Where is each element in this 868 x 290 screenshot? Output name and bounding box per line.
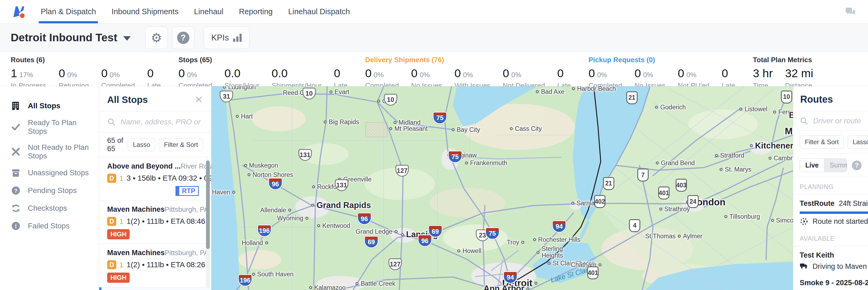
stops-count: 65 of 65 <box>107 137 124 153</box>
metric-percent: 0% <box>420 71 430 79</box>
route-card[interactable]: TestRoute24ft Straight Rail GRoute not s… <box>793 195 868 229</box>
map-city-label: Howell <box>457 248 482 255</box>
filter-sort-button[interactable]: Filter & Sort <box>159 138 203 151</box>
stop-card[interactable]: Maven MachinesPittsburgh, PAD11(2) • 111… <box>99 244 211 287</box>
plan-selector[interactable]: Detroit Inbound Test <box>11 31 131 44</box>
check-icon <box>11 122 21 132</box>
stop-location: Pittsburgh, PA <box>165 205 209 213</box>
stop-details: 3 • 156lb • ETA 09:32 • 09:00 - 21:00 <box>126 174 211 182</box>
map-city-label: Bad Axe <box>536 88 564 95</box>
city-dot <box>223 86 226 89</box>
city-dot <box>769 156 772 160</box>
routes-filter-sort-button[interactable]: Filter & Sort <box>800 136 844 148</box>
scrollbar-thumb[interactable] <box>206 161 210 249</box>
sidebar-item-ready-to-plan-stops[interactable]: Ready To Plan Stops <box>0 115 99 139</box>
toggle-summary[interactable]: Summary <box>824 159 847 172</box>
city-dot <box>526 287 529 290</box>
map-city-label: Kentwood <box>317 222 350 229</box>
chat-icon[interactable] <box>843 6 857 18</box>
routes-panel: Routes Filter & Sort Lasso Live Summary … <box>793 86 868 290</box>
highway-shield-401: 401 <box>587 266 598 279</box>
city-dot <box>548 262 551 264</box>
metrics-group: Delivery Shipments (76)00%Completed00%No… <box>365 56 571 86</box>
map-city-label: Mississauga <box>785 126 793 137</box>
city-dot <box>571 202 575 205</box>
rtp-badge: RTP <box>176 186 199 196</box>
sidebar-item-checkstops[interactable]: Checkstops <box>0 199 99 217</box>
svg-text:!: ! <box>15 223 17 230</box>
tab-linehaul[interactable]: Linehaul <box>194 0 223 23</box>
truck-icon <box>800 262 808 271</box>
stop-sequence: 1 <box>120 218 123 226</box>
scrollbar-track[interactable] <box>206 159 210 288</box>
map[interactable]: LudingtonHartReed CityEvartClareBig Rapi… <box>211 86 793 290</box>
metric-value: 00% <box>634 67 665 80</box>
svg-text:?: ? <box>14 187 18 194</box>
city-dot <box>401 233 404 236</box>
kpis-button[interactable]: KPIs <box>204 27 249 49</box>
sidebar-item-all-stops[interactable]: All Stops <box>0 97 99 115</box>
map-city-label: St Thomas <box>645 233 681 240</box>
stops-search-input[interactable] <box>121 118 203 126</box>
city-dot <box>724 215 727 218</box>
lasso-button[interactable]: Lasso <box>128 138 155 151</box>
sidebar-item-label: Pending Stops <box>28 186 76 195</box>
city-dot <box>311 204 314 207</box>
map-city-label: Stratford <box>715 152 744 159</box>
metrics-group-title: Pickup Requests (0) <box>589 56 735 64</box>
help-icon[interactable]: ? <box>852 161 862 170</box>
city-dot <box>773 110 776 113</box>
metric-percent: 0% <box>374 71 384 79</box>
route-card[interactable]: Smoke 9 - 2025-08-2Route not started <box>793 274 868 290</box>
routePending-icon <box>800 217 808 226</box>
sidebar-item-label: Checkstops <box>28 204 67 212</box>
city-dot <box>521 241 524 244</box>
stop-sequence: 1 <box>120 174 123 182</box>
routes-panel-title: Routes <box>800 94 833 105</box>
map-city-label: Battle Creek <box>355 280 395 287</box>
stops-sidebar: All StopsReady To Plan StopsNot Ready to… <box>0 86 99 290</box>
metric-value: 00% <box>678 67 709 80</box>
toggle-live[interactable]: Live <box>800 159 824 172</box>
top-nav: Plan & DispatchInbound ShipmentsLinehaul… <box>0 0 868 24</box>
metrics-group-title: Stops (65) <box>179 56 347 64</box>
map-city-label: Grand Haven <box>211 189 235 196</box>
city-dot <box>309 286 312 289</box>
tab-linehaul-dispatch[interactable]: Linehaul Dispatch <box>288 0 350 23</box>
tab-reporting[interactable]: Reporting <box>239 0 273 23</box>
sidebar-item-label: Ready To Plan Stops <box>28 118 96 136</box>
highway-shield-403: 403 <box>676 179 687 192</box>
highway-shield-21: 21 <box>603 177 614 190</box>
route-card[interactable]: Test KeithDriving to Maven Machine <box>793 246 868 274</box>
sidebar-item-pending-stops[interactable]: ?Pending Stops <box>0 182 99 199</box>
metric-percent: 0% <box>463 71 473 79</box>
stop-details: 1(2) • 111lb • ETA 08:46 • 354m <box>126 217 211 226</box>
metric-value: 0 <box>334 67 347 80</box>
sidebar-item-unassigned-stops[interactable]: Unassigned Stops <box>0 164 99 182</box>
sidebar-item-failed-stops[interactable]: !Failed Stops <box>0 217 99 235</box>
map-city-label: Goderich <box>655 104 686 111</box>
close-icon[interactable]: ✕ <box>194 95 203 105</box>
map-city-label: Ann Arbor <box>484 284 529 290</box>
settings-button[interactable]: ⚙ <box>145 27 168 49</box>
map-city-label: Harbor Beach <box>572 86 616 92</box>
stop-card[interactable]: Maven MachinesPittsburgh, PAD11(2) • 111… <box>99 201 211 244</box>
highway-shield-21: 21 <box>626 91 638 104</box>
sidebar-item-not-ready-to-plan-stops[interactable]: Not Ready to Plan Stops <box>0 139 99 164</box>
routes-search-input[interactable] <box>813 117 862 125</box>
help-button[interactable]: ? <box>172 27 194 49</box>
tab-inbound-shipments[interactable]: Inbound Shipments <box>112 0 179 23</box>
stop-card[interactable]: Above and Beyond ...River Rouge, MID13 •… <box>99 157 211 201</box>
map-city-label: Holland <box>242 239 268 246</box>
map-city-label: Evart <box>330 88 349 96</box>
city-dot <box>330 91 333 93</box>
map-city-label: Hart <box>236 113 253 120</box>
routes-lasso-button[interactable]: Lasso <box>848 136 868 148</box>
route-progress-bar <box>800 211 868 214</box>
route-name: TestRoute <box>800 199 835 208</box>
tab-plan-dispatch[interactable]: Plan & Dispatch <box>41 0 96 23</box>
city-dot <box>394 121 397 124</box>
city-dot <box>323 121 327 123</box>
stop-card[interactable]: Maven MachinesPittsburgh, PAD11(2) • 111… <box>99 287 211 290</box>
map-city-label: Cass City <box>510 125 542 133</box>
